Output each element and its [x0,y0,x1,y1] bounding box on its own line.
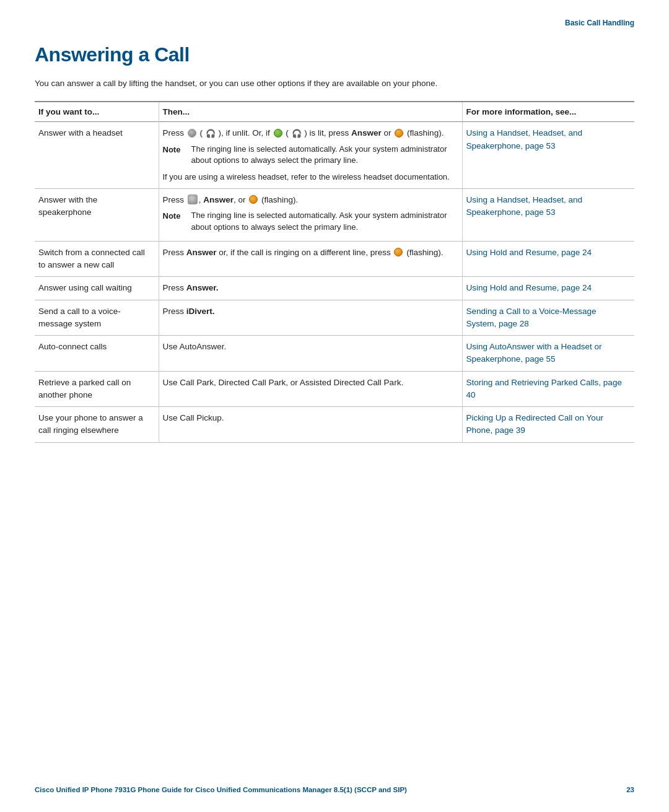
row-6-link[interactable]: Using AutoAnswer with a Headset or Speak… [466,342,602,364]
table-row: Retrieve a parked call on another phone … [35,371,634,407]
row-8-col3: Picking Up a Redirected Call on Your Pho… [462,407,634,443]
table-row: Answer using call waiting Press Answer. … [35,277,634,300]
note-label-1: Note [163,144,186,167]
row-2-col1: Answer with the speakerphone [35,189,159,242]
row-1-col2: Press ( 🎧 ), if unlit. Or, if ( 🎧 ) is l… [159,122,462,189]
main-content: Answering a Call You can answer a call b… [35,43,634,443]
col-header-2: Then... [159,102,462,122]
table-row: Answer with the speakerphone Press , Ans… [35,189,634,242]
row-6-col1: Auto-connect calls [35,336,159,372]
row-1-link[interactable]: Using a Handset, Headset, and Speakerpho… [466,128,583,150]
page-title: Answering a Call [35,43,634,66]
circle-icon-orange-2 [249,195,258,204]
row-5-col2: Press iDivert. [159,300,462,336]
col-header-1: If you want to... [35,102,159,122]
row-4-col3: Using Hold and Resume, page 24 [462,277,634,300]
row-3-col2: Press Answer or, if the call is ringing … [159,241,462,277]
row-1-col1: Answer with a headset [35,122,159,189]
col-header-3: For more information, see... [462,102,634,122]
row-5-link[interactable]: Sending a Call to a Voice-Message System… [466,307,597,328]
headset-icon: 🎧 [206,128,216,140]
row-3-col1: Switch from a connected call to answer a… [35,241,159,277]
row-3-col3: Using Hold and Resume, page 24 [462,241,634,277]
row-8-col2: Use Call Pickup. [159,407,462,443]
circle-icon-gray [188,129,196,138]
row-5-col1: Send a call to a voice-message system [35,300,159,336]
row-2-instruction: Press , Answer, or (flashing). [163,194,456,206]
row-2-col3: Using a Handset, Headset, and Speakerpho… [462,189,634,242]
row-5-col3: Sending a Call to a Voice-Message System… [462,300,634,336]
row-1-note: Note The ringing line is selected automa… [163,144,456,167]
row-4-col2: Press Answer. [159,277,462,300]
row-6-col2: Use AutoAnswer. [159,336,462,372]
row-2-link[interactable]: Using a Handset, Headset, and Speakerpho… [466,195,583,217]
row-7-col3: Storing and Retrieving Parked Calls, pag… [462,371,634,407]
headset-icon-2: 🎧 [292,128,302,140]
row-7-col1: Retrieve a parked call on another phone [35,371,159,407]
table-row: Auto-connect calls Use AutoAnswer. Using… [35,336,634,372]
page-header-title: Basic Call Handling [565,19,634,27]
intro-paragraph: You can answer a call by lifting the han… [35,77,634,90]
row-4-col1: Answer using call waiting [35,277,159,300]
circle-icon-orange-3 [394,248,403,256]
row-3-link[interactable]: Using Hold and Resume, page 24 [466,248,592,257]
footer-right: 23 [626,786,634,793]
note-label-2: Note [163,210,186,234]
row-2-note: Note The ringing line is selected automa… [163,210,456,234]
row-8-link[interactable]: Picking Up a Redirected Call on Your Pho… [466,413,603,435]
table-row: Switch from a connected call to answer a… [35,241,634,277]
row-8-col1: Use your phone to answer a call ringing … [35,407,159,443]
page-footer: Cisco Unified IP Phone 7931G Phone Guide… [0,786,669,793]
row-6-col3: Using AutoAnswer with a Headset or Speak… [462,336,634,372]
call-handling-table: If you want to... Then... For more infor… [35,101,634,442]
table-row: Answer with a headset Press ( 🎧 ), if un… [35,122,634,189]
speaker-icon [188,194,198,204]
row-1-wireless-note: If you are using a wireless headset, ref… [163,172,456,183]
row-7-link[interactable]: Storing and Retrieving Parked Calls, pag… [466,378,622,399]
row-1-instruction: Press ( 🎧 ), if unlit. Or, if ( 🎧 ) is l… [163,127,456,139]
circle-icon-green [274,129,282,138]
row-1-col3: Using a Handset, Headset, and Speakerpho… [462,122,634,189]
row-4-link[interactable]: Using Hold and Resume, page 24 [466,283,592,292]
footer-left: Cisco Unified IP Phone 7931G Phone Guide… [35,786,407,793]
note-text-1: The ringing line is selected automatical… [191,144,456,167]
row-7-col2: Use Call Park, Directed Call Park, or As… [159,371,462,407]
table-row: Send a call to a voice-message system Pr… [35,300,634,336]
circle-icon-orange [395,129,403,138]
row-2-col2: Press , Answer, or (flashing). Note The … [159,189,462,242]
table-row: Use your phone to answer a call ringing … [35,407,634,443]
note-text-2: The ringing line is selected automatical… [191,210,456,234]
